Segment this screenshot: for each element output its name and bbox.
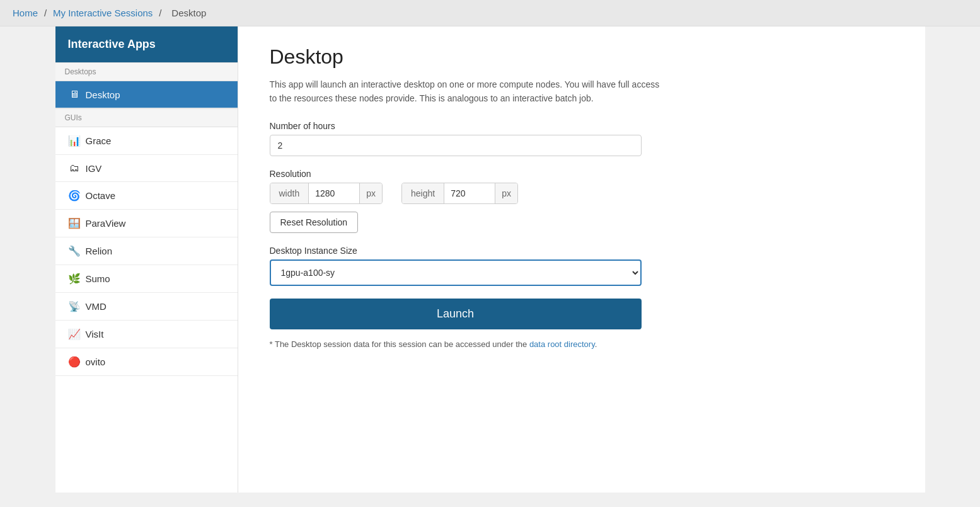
breadcrumb-bar: Home / My Interactive Sessions / Desktop xyxy=(0,0,980,26)
main-layout: Interactive Apps Desktops 🖥 Desktop GUIs… xyxy=(55,26,925,493)
sidebar-item-paraview[interactable]: 🪟 ParaView xyxy=(55,210,238,237)
launch-button[interactable]: Launch xyxy=(270,299,642,329)
sidebar-item-ovito[interactable]: 🔴 ovito xyxy=(55,348,238,376)
ovito-icon: 🔴 xyxy=(68,356,81,368)
sidebar-item-desktop-label: Desktop xyxy=(86,89,120,100)
sidebar-section-guis: GUIs xyxy=(55,108,238,127)
igv-icon: 🗂 xyxy=(68,162,81,174)
sidebar-header: Interactive Apps xyxy=(55,26,238,62)
content-area: Desktop This app will launch an interact… xyxy=(238,26,925,493)
instance-select[interactable]: 1gpu-a100-sy 2gpu-a100-sy 4gpu-a100-sy c… xyxy=(270,259,642,286)
sidebar-item-vmd-label: VMD xyxy=(86,301,107,312)
breadcrumb-current: Desktop xyxy=(171,8,206,18)
width-wrap: width px xyxy=(270,183,383,204)
sidebar-item-sumo-label: Sumo xyxy=(86,273,110,284)
hours-label: Number of hours xyxy=(270,121,894,131)
resolution-group: Resolution width px height px Reset Reso… xyxy=(270,169,894,233)
footnote-text-after: . xyxy=(595,339,597,349)
sidebar-item-visit-label: VisIt xyxy=(86,329,104,339)
page-title: Desktop xyxy=(270,45,894,69)
sidebar-item-octave[interactable]: 🌀 Octave xyxy=(55,182,238,210)
sidebar-item-igv[interactable]: 🗂 IGV xyxy=(55,155,238,182)
sidebar-item-octave-label: Octave xyxy=(86,190,116,201)
height-px: px xyxy=(495,183,517,203)
height-wrap: height px xyxy=(401,183,518,204)
hours-group: Number of hours xyxy=(270,121,894,156)
footnote-text-before: * The Desktop session data for this sess… xyxy=(270,339,529,349)
reset-resolution-button[interactable]: Reset Resolution xyxy=(270,212,359,233)
sidebar-item-grace[interactable]: 📊 Grace xyxy=(55,127,238,155)
height-input[interactable] xyxy=(444,183,495,203)
relion-icon: 🔧 xyxy=(68,245,81,257)
sidebar-item-desktop[interactable]: 🖥 Desktop xyxy=(55,81,238,108)
desktop-icon: 🖥 xyxy=(68,89,81,100)
sidebar-item-relion[interactable]: 🔧 Relion xyxy=(55,237,238,265)
footnote-link[interactable]: data root directory xyxy=(529,339,595,349)
sidebar-item-visit[interactable]: 📈 VisIt xyxy=(55,321,238,348)
sumo-icon: 🌿 xyxy=(68,273,81,285)
instance-group: Desktop Instance Size 1gpu-a100-sy 2gpu-… xyxy=(270,246,894,286)
width-px: px xyxy=(359,183,382,203)
width-label: width xyxy=(270,183,309,203)
resolution-label: Resolution xyxy=(270,169,894,179)
instance-label: Desktop Instance Size xyxy=(270,246,894,256)
sidebar-item-relion-label: Relion xyxy=(86,246,113,256)
footnote: * The Desktop session data for this sess… xyxy=(270,339,642,349)
page-description: This app will launch an interactive desk… xyxy=(270,77,660,106)
octave-icon: 🌀 xyxy=(68,190,81,202)
sidebar-item-paraview-label: ParaView xyxy=(86,218,126,229)
height-label: height xyxy=(402,183,444,203)
sidebar: Interactive Apps Desktops 🖥 Desktop GUIs… xyxy=(55,26,238,493)
grace-icon: 📊 xyxy=(68,135,81,147)
width-input[interactable] xyxy=(309,183,359,203)
hours-input[interactable] xyxy=(270,135,642,156)
sidebar-section-desktops: Desktops xyxy=(55,62,238,81)
sidebar-item-igv-label: IGV xyxy=(86,163,102,174)
resolution-inputs: width px height px xyxy=(270,183,642,204)
vmd-icon: 📡 xyxy=(68,300,81,312)
sidebar-item-ovito-label: ovito xyxy=(86,356,106,367)
breadcrumb-sessions[interactable]: My Interactive Sessions xyxy=(53,8,153,18)
sidebar-item-vmd[interactable]: 📡 VMD xyxy=(55,293,238,321)
visit-icon: 📈 xyxy=(68,328,81,340)
sidebar-item-sumo[interactable]: 🌿 Sumo xyxy=(55,265,238,293)
sidebar-item-grace-label: Grace xyxy=(86,135,112,146)
breadcrumb-home[interactable]: Home xyxy=(13,8,38,18)
paraview-icon: 🪟 xyxy=(68,217,81,229)
